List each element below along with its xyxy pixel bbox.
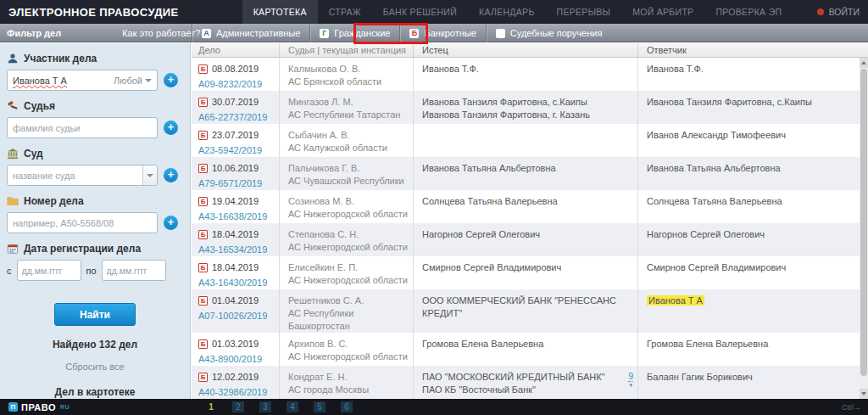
respondent-name: Нагорнов Сергей Олегович bbox=[647, 228, 868, 241]
plaintiff-cell bbox=[414, 124, 638, 157]
case-number-link[interactable]: А07-10026/2019 bbox=[198, 310, 279, 322]
nav-item-банк-решений[interactable]: БАНК РЕШЕНИЙ bbox=[372, 0, 468, 24]
case-row: Б30.07.2019А65-22737/2019Мингазов Л. М.А… bbox=[192, 91, 868, 124]
participant-input[interactable]: Иванова Т А Любой bbox=[7, 70, 158, 91]
case-row: Б01.03.2019А43-8900/2019Архипов В. С.АС … bbox=[192, 333, 868, 366]
case-row: Б01.04.2019А07-10026/2019Решетников С. А… bbox=[192, 289, 868, 333]
judge-name: Пальчикова Г. В. bbox=[288, 162, 413, 175]
plaintiff-cell: ПАО "МОСКОВСКИЙ КРЕДИТНЫЙ БАНК"ПАО КБ "В… bbox=[414, 366, 638, 399]
page-number-6[interactable]: 6 bbox=[341, 401, 353, 412]
judge-cell: Кондрат Е. Н.АС города Москвы bbox=[280, 366, 414, 399]
filter-sidebar: Участник дела Иванова Т А Любой + Судья … bbox=[0, 43, 191, 399]
scrollbar-thumb[interactable] bbox=[860, 69, 867, 376]
page-number-3[interactable]: 3 bbox=[259, 401, 271, 412]
judge-input[interactable] bbox=[7, 117, 158, 138]
login-button[interactable]: ВОЙТИ bbox=[809, 0, 868, 24]
ctrl-next-hint: Ctrl→ bbox=[842, 403, 861, 412]
more-parties-badge[interactable]: 9▾ bbox=[628, 373, 633, 389]
pravo-logo[interactable]: П ПРАВОRU bbox=[8, 402, 70, 412]
nav-item-страж[interactable]: СТРАЖ bbox=[318, 0, 372, 24]
person-icon bbox=[7, 53, 19, 64]
app-window: ЭЛЕКТРОННОЕ ПРАВОСУДИЕ КАРТОТЕКАСТРАЖБАН… bbox=[0, 0, 868, 415]
vertical-scrollbar[interactable] bbox=[860, 58, 868, 399]
case-number-link[interactable]: А23-5942/2019 bbox=[198, 144, 279, 157]
nav-item-календарь[interactable]: КАЛЕНДАРЬ bbox=[468, 0, 546, 24]
how-it-works-link[interactable]: Как это работает? bbox=[122, 28, 200, 38]
case-number-link[interactable]: А79-6571/2019 bbox=[198, 177, 279, 190]
case-cell: Б18.04.2019А43-16534/2019 bbox=[192, 223, 280, 256]
bankruptcy-b-icon: Б bbox=[198, 98, 208, 107]
reg-date-section-label: Дата регистрации дела bbox=[7, 243, 190, 255]
judge-name: Архипов В. С. bbox=[288, 338, 413, 351]
add-court-button[interactable]: + bbox=[164, 168, 178, 182]
respondent-cell: Иванова Т А bbox=[638, 289, 868, 333]
court-select[interactable]: название суда bbox=[7, 165, 158, 186]
more-parties-count: 9 bbox=[628, 372, 633, 382]
case-type-tab-Г[interactable]: ГГражданские bbox=[309, 24, 399, 42]
case-number-link[interactable]: А43-16430/2019 bbox=[198, 277, 279, 289]
case-row: Б12.02.2019А40-32986/2019Кондрат Е. Н.АС… bbox=[192, 366, 868, 399]
select-arrow-icon[interactable] bbox=[142, 165, 157, 185]
nav-item-мой-арбитр[interactable]: МОЙ АРБИТР bbox=[621, 0, 704, 24]
case-number-link[interactable]: А65-22737/2019 bbox=[198, 111, 279, 124]
plaintiff-name: ПАО КБ "Восточный Банк" bbox=[422, 384, 637, 396]
participant-value: Иванова Т А bbox=[13, 76, 67, 86]
case-type-tab-Б[interactable]: ББанкротные bbox=[399, 24, 485, 42]
nav-item-проверка-эп[interactable]: ПРОВЕРКА ЭП bbox=[704, 0, 793, 24]
judge-name: Мингазов Л. М. bbox=[288, 96, 413, 109]
judge-name: Сыбачин А. В. bbox=[288, 129, 413, 142]
case-cell: Б23.07.2019А23-5942/2019 bbox=[192, 124, 280, 157]
case-date: 12.02.2019 bbox=[212, 371, 259, 384]
page-number-4[interactable]: 4 bbox=[287, 401, 298, 412]
date-to-input[interactable] bbox=[102, 260, 166, 281]
judge-name: Елисейкин Е. П. bbox=[288, 261, 413, 274]
scroll-down-button[interactable] bbox=[860, 389, 868, 399]
case-type-letter-icon: А bbox=[202, 29, 211, 38]
date-from-input[interactable] bbox=[17, 260, 81, 281]
case-type-tab-sq[interactable]: Судебные поручения bbox=[486, 24, 612, 42]
judge-name: Решетников С. А. bbox=[288, 294, 413, 307]
case-number-link[interactable]: А43-8900/2019 bbox=[198, 353, 279, 366]
plaintiff-name: Смирнов Сергей Владимирович bbox=[422, 261, 637, 274]
filter-bar: Фильтр дел Как это работает? ААдминистра… bbox=[0, 24, 868, 42]
chevron-down-icon: ▾ bbox=[628, 382, 633, 389]
respondent-cell: Иванова Татьяна Альбертовна bbox=[638, 157, 868, 190]
case-type-tab-label: Судебные поручения bbox=[510, 28, 603, 38]
participant-scope-dropdown[interactable]: Любой bbox=[114, 76, 152, 86]
scroll-up-button[interactable] bbox=[860, 58, 868, 68]
nav-item-перерывы[interactable]: ПЕРЕРЫВЫ bbox=[546, 0, 622, 24]
page-number-2[interactable]: 2 bbox=[232, 401, 244, 412]
plaintiff-cell: Громова Елена Валерьевна bbox=[414, 333, 638, 366]
bankruptcy-b-icon: Б bbox=[198, 373, 208, 382]
nav-item-картотека[interactable]: КАРТОТЕКА bbox=[242, 0, 318, 24]
main-nav: КАРТОТЕКАСТРАЖБАНК РЕШЕНИЙКАЛЕНДАРЬПЕРЕР… bbox=[242, 0, 793, 24]
case-date: 01.03.2019 bbox=[212, 338, 259, 351]
judge-name: Калмыкова О. В. bbox=[288, 63, 413, 76]
reset-all-link[interactable]: Сбросить все bbox=[0, 362, 190, 372]
highlighted-match: Иванова Т А bbox=[647, 295, 704, 306]
judge-cell: Созинова М. В.АС Нижегородской области bbox=[280, 190, 414, 223]
page-number-1[interactable]: 1 bbox=[205, 401, 217, 412]
case-number-section-label: Номер дела bbox=[7, 195, 190, 207]
search-button[interactable]: Найти bbox=[54, 303, 136, 326]
court-name: АС Республики Башкортостан bbox=[288, 307, 413, 333]
add-participant-button[interactable]: + bbox=[164, 73, 178, 87]
page-number-5[interactable]: 5 bbox=[314, 401, 326, 412]
case-number-link[interactable]: А43-16534/2019 bbox=[198, 244, 279, 256]
add-case-number-button[interactable]: + bbox=[164, 216, 178, 230]
plaintiff-name: Иванова Т.Ф. bbox=[422, 63, 637, 76]
plaintiff-name: ООО КОММЕРЧЕСКИЙ БАНК "РЕНЕССАНС КРЕДИТ" bbox=[422, 294, 637, 320]
case-top: Б10.06.2019 bbox=[198, 162, 279, 175]
case-number-link[interactable]: А40-32986/2019 bbox=[198, 386, 279, 399]
judge-cell: Степанова С. Н.АС Нижегородской области bbox=[280, 223, 414, 256]
case-type-letter-icon: Б bbox=[409, 29, 419, 38]
court-name: АС Нижегородской области bbox=[288, 208, 413, 221]
case-cell: Б18.04.2019А43-16430/2019 bbox=[192, 256, 280, 289]
add-judge-button[interactable]: + bbox=[164, 121, 178, 135]
chevron-down-icon bbox=[145, 79, 152, 82]
case-number-link[interactable]: А09-8232/2019 bbox=[198, 78, 279, 91]
case-number-link[interactable]: А43-16638/2019 bbox=[198, 210, 279, 223]
case-number-input[interactable] bbox=[7, 212, 158, 233]
case-type-tab-А[interactable]: ААдминистративные bbox=[192, 24, 309, 42]
case-top: Б01.03.2019 bbox=[198, 338, 279, 351]
